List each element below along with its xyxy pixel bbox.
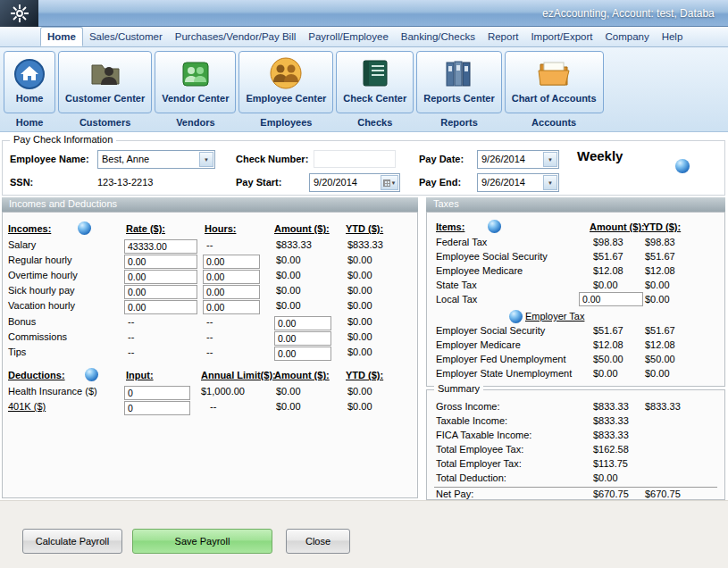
- summary-divider: [434, 487, 717, 488]
- incomes-section-header: Incomes and Deductions: [2, 197, 418, 212]
- taxes-panel: Items: Amount ($): YTD ($): Federal Tax …: [426, 212, 725, 387]
- toolbar-sublabel-customers[interactable]: Customers: [79, 117, 130, 128]
- taxes-section-header: Taxes: [426, 197, 725, 212]
- chart-of-accounts-button[interactable]: Chart of Accounts: [505, 51, 604, 113]
- ssn-label: SSN:: [10, 177, 33, 188]
- deduction-row-health-insurance: Health Insurance ($) $1,000.00 $0.00 $0.…: [3, 386, 417, 400]
- income-row-vacation-hourly: Vacation hourly $0.00 $0.00: [3, 300, 417, 314]
- home-icon: [11, 54, 48, 93]
- pay-start-datepicker[interactable]: 9/20/2014 ▼: [309, 173, 400, 192]
- help-globe-icon[interactable]: [675, 159, 690, 173]
- toolbar-sublabel-home[interactable]: Home: [16, 117, 44, 128]
- toolbar-col-vendors: Vendor Center Vendors: [155, 51, 236, 128]
- rate-input[interactable]: [124, 270, 197, 284]
- toolbar-col-reports: Reports Center Reports: [416, 51, 501, 128]
- ytd-col-header: YTD ($):: [346, 223, 383, 234]
- amount-col-header: Amount ($):: [274, 223, 330, 234]
- amount-input[interactable]: [274, 347, 331, 361]
- incomes-deductions-panel: Incomes: Rate ($): Hours: Amount ($): YT…: [2, 212, 418, 498]
- tab-sales-customer[interactable]: Sales/Customer: [83, 27, 169, 46]
- summary-row-total-employer-tax: Total Employer Tax: $113.75: [427, 458, 724, 472]
- tab-report[interactable]: Report: [481, 27, 525, 46]
- tax-row-employer-social-security: Employer Social Security $51.67 $51.67: [427, 325, 724, 339]
- calendar-dropdown-icon[interactable]: ▼: [381, 175, 398, 190]
- calculate-payroll-button[interactable]: Calculate Payroll: [22, 529, 122, 554]
- employee-center-button[interactable]: Employee Center: [238, 51, 333, 113]
- check-number-input[interactable]: [314, 150, 396, 168]
- save-payroll-button[interactable]: Save Payroll: [132, 529, 272, 554]
- tab-purchases-vendor-pay-bill[interactable]: Purchases/Vendor/Pay Bill: [169, 27, 303, 46]
- title-bar: ezAccounting, Account: test, Databa: [0, 0, 728, 27]
- window-title: ezAccounting, Account: test, Databa: [542, 7, 728, 20]
- rate-input[interactable]: [124, 300, 197, 314]
- deduction-input[interactable]: [124, 401, 190, 415]
- employee-name-select[interactable]: Best, Anne ▼: [97, 150, 215, 169]
- toolbar-sublabel-checks[interactable]: Checks: [357, 117, 392, 128]
- taxes-amount-col-header: Amount ($):: [590, 221, 645, 232]
- toolbar-col-home: Home Home: [4, 51, 55, 128]
- annual-limit-col-header: Annual Limit($):: [201, 370, 276, 380]
- income-row-bonus: Bonus -- -- $0.00: [3, 316, 417, 330]
- toolbar-sublabel-accounts[interactable]: Accounts: [531, 117, 576, 128]
- vendor-center-button[interactable]: Vendor Center: [155, 51, 236, 113]
- tab-payroll-employee[interactable]: Payroll/Employee: [302, 27, 394, 46]
- taxes-ytd-col-header: YTD ($):: [643, 221, 681, 232]
- hours-input[interactable]: [203, 285, 260, 299]
- summary-row-total-employee-tax: Total Employee Tax: $162.58: [427, 444, 724, 458]
- close-button[interactable]: Close: [286, 529, 350, 554]
- customer-center-button[interactable]: Customer Center: [58, 51, 152, 113]
- tax-row-local: Local Tax $0.00: [427, 294, 724, 308]
- income-row-sick-hourly: Sick hourly pay $0.00 $0.00: [3, 285, 417, 299]
- check-number-label: Check Number:: [236, 154, 308, 164]
- accounts-folder-icon: [535, 54, 573, 93]
- pay-date-select[interactable]: 9/26/2014 ▼: [477, 150, 559, 169]
- tax-row-employer-state-unemployment: Employer State Unemployment $0.00 $0.00: [427, 368, 724, 382]
- reports-center-button[interactable]: Reports Center: [416, 51, 501, 113]
- toolbar-sublabel-employees[interactable]: Employees: [260, 117, 312, 128]
- chevron-down-icon[interactable]: ▼: [543, 152, 557, 167]
- rate-input[interactable]: [124, 285, 197, 299]
- incomes-help-globe-icon[interactable]: [78, 221, 91, 235]
- income-row-commissions: Commissions -- -- $0.00: [3, 331, 417, 346]
- amount-input[interactable]: [274, 331, 331, 346]
- hours-input[interactable]: [203, 270, 260, 284]
- items-col-header: Items:: [436, 221, 464, 232]
- summary-row-taxable-income: Taxable Income: $833.33: [427, 415, 724, 430]
- deductions-ytd-col-header: YTD ($):: [346, 370, 383, 380]
- tab-home[interactable]: Home: [40, 27, 83, 46]
- chevron-down-icon[interactable]: ▼: [199, 152, 213, 167]
- reports-binders-icon: [440, 54, 478, 93]
- tab-banking-checks[interactable]: Banking/Checks: [395, 27, 481, 46]
- home-button[interactable]: Home: [4, 51, 55, 113]
- deduction-input[interactable]: [124, 386, 190, 400]
- deductions-help-globe-icon[interactable]: [85, 368, 98, 381]
- tab-help[interactable]: Help: [656, 27, 690, 46]
- pay-end-select[interactable]: 9/26/2014 ▼: [477, 173, 559, 192]
- vendors-people-icon: [177, 54, 214, 93]
- toolbar-sublabel-reports[interactable]: Reports: [440, 117, 478, 128]
- employees-people-icon: [267, 54, 305, 93]
- summary-title: Summary: [434, 383, 483, 394]
- hours-col-header: Hours:: [205, 223, 236, 234]
- taxes-help-globe-icon[interactable]: [488, 220, 501, 233]
- input-col-header: Input:: [126, 370, 154, 380]
- check-center-button[interactable]: Check Center: [336, 51, 414, 113]
- tax-row-employee-social-security: Employee Social Security $51.67 $51.67: [427, 251, 724, 265]
- toolbar-col-customers: Customer Center Customers: [58, 51, 152, 128]
- app-icon[interactable]: [0, 0, 38, 27]
- tab-company[interactable]: Company: [598, 27, 655, 46]
- rate-input[interactable]: [124, 255, 197, 269]
- hours-input[interactable]: [203, 255, 260, 269]
- toolbar-sublabel-vendors[interactable]: Vendors: [176, 117, 214, 128]
- amount-input[interactable]: [274, 316, 331, 330]
- pay-frequency-label: Weekly: [577, 148, 623, 163]
- chevron-down-icon[interactable]: ▼: [543, 175, 557, 190]
- toolbar-col-checks: Check Center Checks: [336, 51, 414, 128]
- employer-tax-header-row: Employer Tax: [427, 310, 724, 324]
- local-tax-input[interactable]: [579, 292, 643, 306]
- employer-tax-help-globe-icon[interactable]: [509, 310, 523, 323]
- hours-input[interactable]: [203, 300, 260, 314]
- rate-col-header: Rate ($):: [126, 223, 165, 234]
- tab-import-export[interactable]: Import/Export: [524, 27, 598, 46]
- rate-input[interactable]: [124, 239, 197, 254]
